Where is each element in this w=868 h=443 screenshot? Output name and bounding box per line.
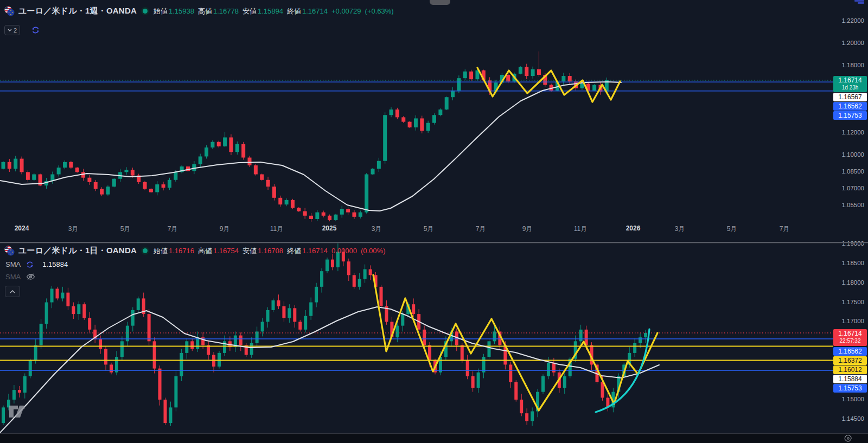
price-axis-label: 1.10000 <box>833 151 864 158</box>
candle <box>298 322 302 329</box>
candle <box>383 115 387 161</box>
candle <box>471 376 475 388</box>
candle <box>261 322 264 331</box>
candle <box>162 184 165 188</box>
candle <box>352 213 356 217</box>
candle <box>241 144 245 158</box>
price-axis-label: 1.20000 <box>833 40 864 46</box>
price-axis-label: 1.18000 <box>833 62 864 68</box>
candle <box>326 260 329 272</box>
candle <box>158 369 162 400</box>
candle <box>395 110 399 117</box>
candle <box>110 364 113 372</box>
candle <box>149 189 153 192</box>
time-axis-strip[interactable] <box>0 433 868 443</box>
daily-symbol-title[interactable]: ユーロ／米ドル・1日・OANDA <box>18 246 137 256</box>
open-value: 1.16716 <box>169 247 194 255</box>
axis-settings-gear-icon[interactable] <box>844 434 852 443</box>
candle <box>57 168 61 174</box>
candle <box>633 343 636 353</box>
price-badge: 1.16562 <box>833 102 867 111</box>
price-badge: 1.16372 <box>833 356 867 365</box>
weekly-symbol-title[interactable]: ユーロ／米ドル・1週・OANDA <box>18 6 137 16</box>
candle <box>125 170 129 172</box>
candle <box>488 341 491 357</box>
candle <box>174 172 177 179</box>
close-value: 1.16714 <box>302 247 328 255</box>
weekly-chart-canvas[interactable] <box>0 0 833 242</box>
candle <box>579 330 583 342</box>
sync-loop-icon[interactable] <box>26 261 34 268</box>
candle <box>26 172 30 179</box>
market-status-icon <box>143 9 148 14</box>
candle <box>40 324 43 345</box>
candle <box>272 187 276 198</box>
time-axis-label: 11月 <box>270 224 283 234</box>
candle <box>353 275 356 287</box>
candle <box>531 412 534 421</box>
time-axis-label: 7月 <box>476 224 486 234</box>
candle <box>438 110 442 115</box>
candle <box>423 330 426 345</box>
candle <box>541 376 545 392</box>
price-badge: 1.1671422:57:32 <box>833 329 867 346</box>
pane-separator[interactable] <box>0 242 868 243</box>
candle <box>285 200 289 204</box>
candle <box>104 349 107 365</box>
daily-chart-canvas[interactable] <box>0 243 833 433</box>
candle <box>477 373 480 388</box>
candle <box>148 314 151 341</box>
candle <box>278 198 282 204</box>
candle <box>377 161 381 169</box>
candle <box>291 200 295 208</box>
sma-hidden-indicator-row[interactable]: SMA <box>5 273 35 281</box>
price-axis-label: 1.17000 <box>833 318 864 324</box>
candle <box>315 287 318 303</box>
candle <box>466 361 469 376</box>
time-axis-label: 11月 <box>574 224 587 234</box>
candle <box>369 269 372 275</box>
chevron-down-icon <box>8 29 12 32</box>
candle <box>315 213 319 219</box>
market-status-icon <box>143 248 148 253</box>
tradingview-logo[interactable] <box>8 405 31 421</box>
zigzag-drawing[interactable] <box>477 68 620 102</box>
pane-resize-handle[interactable] <box>430 0 450 5</box>
candle <box>185 341 188 353</box>
time-axis-label: 2024 <box>15 224 29 232</box>
candle <box>293 308 296 322</box>
candle <box>45 303 48 324</box>
candle <box>328 216 331 220</box>
candle <box>82 304 86 318</box>
candle <box>137 298 140 310</box>
price-badge: 1.15753 <box>833 384 867 393</box>
low-value: 1.15894 <box>258 7 283 15</box>
candle <box>420 118 424 131</box>
candle <box>309 216 313 219</box>
interval-count-button[interactable]: 2 <box>4 25 20 35</box>
candle <box>169 407 172 423</box>
candle <box>248 158 252 165</box>
sma-indicator-row[interactable]: SMA 1.15884 <box>5 260 68 268</box>
weekly-legend: ユーロ／米ドル・1週・OANDA 始値1.15938 高値1.16778 安値1… <box>4 6 394 16</box>
candle <box>506 75 510 81</box>
time-axis-label: 3月 <box>68 224 79 234</box>
candle <box>250 343 253 355</box>
candle <box>2 162 5 169</box>
collapse-pane-button[interactable] <box>5 286 20 297</box>
candle <box>77 304 80 314</box>
candle <box>210 142 214 147</box>
candle <box>322 213 326 216</box>
time-axis-label: 7月 <box>780 224 790 234</box>
price-axis-label: 1.07000 <box>833 185 864 191</box>
sync-loop-icon[interactable] <box>31 26 40 34</box>
candle <box>334 215 337 220</box>
candle <box>63 162 67 168</box>
clipped-blue-fragment <box>854 0 865 4</box>
price-badge: 1.15884 <box>833 375 867 383</box>
candle <box>155 184 159 192</box>
candle <box>309 303 312 316</box>
eye-off-icon[interactable] <box>26 273 35 280</box>
weekly-legend-toolbar: 2 <box>4 25 40 35</box>
candle <box>94 182 98 189</box>
